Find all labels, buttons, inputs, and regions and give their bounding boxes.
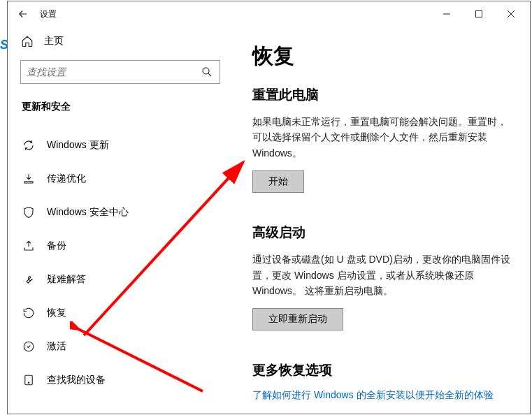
- page-title: 恢复: [252, 42, 510, 71]
- sidebar-item-recovery[interactable]: 恢复: [20, 296, 220, 330]
- home-label: 主页: [44, 35, 64, 48]
- sidebar-item-label: 查找我的设备: [47, 374, 106, 386]
- settings-window: 设置 主页: [7, 1, 531, 414]
- reset-description: 如果电脑未正常运行，重置电脑可能会解决问题。重置时，可以选择保留个人文件或删除个…: [252, 114, 510, 161]
- minimize-icon: [443, 10, 451, 18]
- sidebar-item-label: 恢复: [47, 307, 66, 319]
- close-button[interactable]: [495, 3, 527, 25]
- sidebar-item-security[interactable]: Windows 安全中心: [20, 196, 220, 229]
- restart-now-button[interactable]: 立即重新启动: [252, 308, 343, 330]
- advanced-heading: 高级启动: [252, 224, 510, 242]
- sidebar-item-troubleshoot[interactable]: 疑难解答: [20, 263, 220, 296]
- sidebar-item-delivery-optimization[interactable]: 传递优化: [20, 162, 220, 196]
- more-heading: 更多恢复选项: [252, 361, 510, 379]
- backup-icon: [22, 240, 36, 252]
- svg-rect-1: [476, 11, 482, 17]
- arrow-left-icon: [17, 8, 29, 20]
- sidebar-item-label: 传递优化: [47, 173, 86, 185]
- back-button[interactable]: [10, 1, 36, 27]
- update-icon: [22, 139, 36, 152]
- nav-list: Windows 更新 传递优化 Windows 安全中心 备份 疑难解答: [20, 129, 220, 397]
- main-panel: 恢复 重置此电脑 如果电脑未正常运行，重置电脑可能会解决问题。重置时，可以选择保…: [233, 27, 530, 414]
- maximize-button[interactable]: [463, 3, 495, 25]
- reset-heading: 重置此电脑: [252, 86, 510, 104]
- svg-point-8: [28, 382, 29, 384]
- search-icon: [200, 66, 214, 78]
- fresh-install-link[interactable]: 了解如何进行 Windows 的全新安装以便开始全新的体验: [252, 389, 510, 402]
- sidebar-item-label: 疑难解答: [47, 273, 86, 286]
- window-controls: [431, 3, 527, 25]
- sidebar-item-windows-update[interactable]: Windows 更新: [20, 129, 220, 162]
- svg-point-4: [203, 68, 209, 74]
- sidebar-item-label: 激活: [47, 340, 66, 353]
- wrench-icon: [22, 273, 36, 286]
- content-area: 主页 更新和安全 Windows 更新 传递优化: [8, 27, 530, 414]
- sidebar-item-backup[interactable]: 备份: [20, 229, 220, 263]
- sidebar-section-header: 更新和安全: [20, 101, 220, 113]
- find-device-icon: [22, 374, 36, 386]
- sidebar: 主页 更新和安全 Windows 更新 传递优化: [8, 27, 233, 414]
- home-link[interactable]: 主页: [20, 35, 220, 48]
- close-icon: [507, 10, 515, 18]
- shield-icon: [22, 206, 36, 219]
- window-title: 设置: [40, 8, 57, 20]
- delivery-icon: [22, 173, 36, 185]
- titlebar: 设置: [8, 1, 530, 27]
- reset-start-button[interactable]: 开始: [252, 170, 304, 193]
- search-box[interactable]: [20, 60, 220, 84]
- advanced-description: 通过设备或磁盘(如 U 盘或 DVD)启动，更改你的电脑固件设置，更改 Wind…: [252, 252, 510, 298]
- maximize-icon: [475, 10, 483, 18]
- activation-icon: [22, 340, 36, 353]
- recovery-icon: [22, 307, 36, 319]
- sidebar-item-activation[interactable]: 激活: [20, 330, 220, 363]
- minimize-button[interactable]: [431, 3, 463, 25]
- sidebar-item-label: Windows 更新: [47, 139, 109, 152]
- sidebar-item-label: 备份: [47, 240, 66, 252]
- home-icon: [20, 35, 34, 48]
- sidebar-item-find-device[interactable]: 查找我的设备: [20, 363, 220, 397]
- search-input[interactable]: [27, 66, 200, 78]
- svg-line-5: [208, 73, 211, 76]
- sidebar-item-label: Windows 安全中心: [47, 206, 129, 219]
